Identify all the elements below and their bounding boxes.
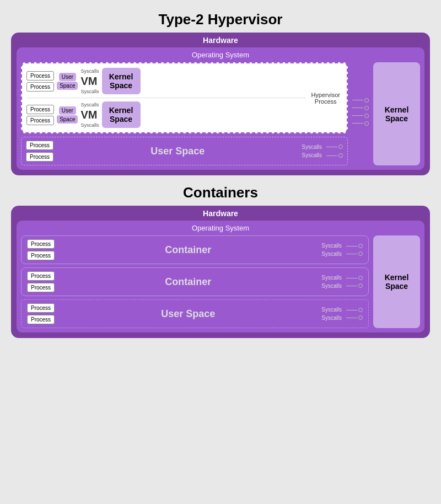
container2-syscalls1: Syscalls bbox=[321, 275, 342, 281]
containers-hardware-box: Hardware Operating System Process Proces… bbox=[11, 206, 430, 338]
vm2-syscalls1: Syscalls bbox=[80, 102, 99, 108]
container2-syscalls2: Syscalls bbox=[321, 283, 342, 289]
hypervisor-process-label: HypervisorProcess bbox=[309, 89, 342, 107]
cont-bottom-process1: Process bbox=[27, 303, 55, 313]
hyp-syscalls-bot2: Syscalls bbox=[302, 152, 322, 158]
vm1-box: Process Process User Space Syscalls VM S… bbox=[26, 68, 305, 94]
vm2-syscalls2: Syscalls bbox=[80, 122, 99, 128]
hyp-bottom-process2: Process bbox=[26, 152, 53, 162]
hyp-bottom-process1: Process bbox=[26, 141, 53, 150]
vm2-process1: Process bbox=[26, 105, 54, 114]
vm1-process2: Process bbox=[26, 82, 54, 92]
hypervisor-hardware-box: Hardware Operating System Process bbox=[11, 33, 430, 175]
containers-title: Containers bbox=[183, 184, 258, 201]
vm1-process1: Process bbox=[26, 71, 54, 81]
vm2-kernel: KernelSpace bbox=[102, 101, 141, 128]
hypervisor-os-box: Operating System Process Process bbox=[17, 47, 424, 170]
container1-box: Process Process Container Syscalls Sysca… bbox=[21, 235, 369, 264]
container2-label: Container bbox=[59, 276, 317, 288]
cont-syscalls-bot1: Syscalls bbox=[321, 307, 342, 313]
hypervisor-hardware-label: Hardware bbox=[17, 36, 424, 45]
container1-syscalls2: Syscalls bbox=[321, 251, 342, 257]
containers-kernel-space-right: Kernel Space bbox=[373, 235, 420, 328]
vm1-kernel: KernelSpace bbox=[102, 68, 141, 94]
vm1-syscalls2: Syscalls bbox=[80, 89, 99, 94]
vm1-user-space2: Space bbox=[57, 82, 78, 90]
hyp-syscalls-bot1: Syscalls bbox=[302, 144, 322, 150]
container2-process2: Process bbox=[27, 283, 55, 292]
containers-os-label: Operating System bbox=[21, 224, 420, 232]
vm1-vm-label: VM bbox=[80, 75, 97, 88]
container2-box: Process Process Container Syscalls Sysca… bbox=[21, 267, 369, 296]
container2-process1: Process bbox=[27, 271, 55, 281]
vm2-user-space2: Space bbox=[57, 115, 78, 124]
containers-user-space-row: Process Process User Space Syscalls Sysc… bbox=[21, 299, 369, 328]
cont-syscalls-bot2: Syscalls bbox=[321, 315, 342, 321]
hyp-user-space-label: User Space bbox=[58, 146, 297, 157]
cont-user-space-label: User Space bbox=[59, 308, 317, 320]
vm1-syscalls1: Syscalls bbox=[80, 68, 99, 74]
hypervisor-title: Type-2 Hypervisor bbox=[159, 11, 283, 28]
hypervisor-os-label: Operating System bbox=[21, 51, 420, 59]
vm2-box: Process Process User Space Syscalls VM S… bbox=[26, 101, 305, 128]
container1-process1: Process bbox=[27, 239, 55, 249]
vm2-vm-label: VM bbox=[80, 109, 97, 121]
cont-bottom-process2: Process bbox=[27, 315, 55, 324]
vm2-user-space: User bbox=[59, 106, 76, 115]
container1-syscalls1: Syscalls bbox=[321, 243, 342, 249]
vm1-user-space: User bbox=[59, 73, 76, 81]
containers-os-box: Operating System Process Process Contain… bbox=[17, 221, 424, 333]
hypervisor-user-space-row: Process Process User Space Syscalls Sysc… bbox=[21, 137, 348, 165]
container1-process2: Process bbox=[27, 251, 55, 260]
containers-hardware-label: Hardware bbox=[17, 209, 424, 218]
container1-label: Container bbox=[59, 244, 317, 256]
hypervisor-kernel-space-right: Kernel Space bbox=[373, 62, 420, 165]
vm2-process2: Process bbox=[26, 116, 54, 125]
